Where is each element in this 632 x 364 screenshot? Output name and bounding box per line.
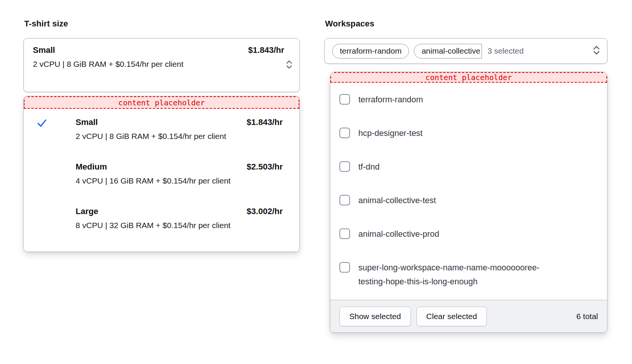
workspace-list-item[interactable]: tf-dnd <box>339 160 598 174</box>
size-option-specs: 4 vCPU | 16 GiB RAM + $0.154/hr per clie… <box>76 174 238 188</box>
size-options-list: Small $1.843/hr 2 vCPU | 8 GiB RAM + $0.… <box>24 109 299 251</box>
workspace-list-item[interactable]: animal-collective-prod <box>339 227 598 241</box>
workspace-checkbox[interactable] <box>339 128 350 138</box>
workspace-checkbox[interactable] <box>339 195 350 205</box>
tshirt-size-dropdown: content placeholder Small $1.843/hr 2 vC… <box>23 96 300 252</box>
workspace-name: super-long-workspace-name-name-moooooore… <box>358 261 562 288</box>
workspace-list-item[interactable]: super-long-workspace-name-name-moooooore… <box>339 261 598 288</box>
workspace-name: animal-collective-test <box>358 193 436 207</box>
size-option-price: $3.002/hr <box>247 205 283 217</box>
workspaces-multiselect-trigger[interactable]: terraform-random animal-collective 3 sel… <box>324 38 607 64</box>
workspaces-section: Workspaces terraform-random animal-colle… <box>324 19 607 333</box>
tshirt-size-label: T-shirt size <box>24 19 300 29</box>
show-selected-button[interactable]: Show selected <box>339 307 411 326</box>
check-icon <box>36 117 48 130</box>
selected-size-price: $1.843/hr <box>248 44 284 56</box>
workspace-checkbox[interactable] <box>339 94 350 105</box>
size-option-specs: 8 vCPU | 32 GiB RAM + $0.154/hr per clie… <box>76 218 238 233</box>
workspace-tag: terraform-random <box>332 44 409 59</box>
workspace-checkbox[interactable] <box>339 161 350 172</box>
workspace-list-item[interactable]: terraform-random <box>339 93 598 106</box>
workspace-name: hcp-designer-test <box>358 126 423 140</box>
tshirt-size-select-trigger[interactable]: Small $1.843/hr 2 vCPU | 8 GiB RAM + $0.… <box>23 38 300 92</box>
workspace-name: animal-collective-prod <box>358 227 439 241</box>
selected-count-text: 3 selected <box>488 46 524 56</box>
workspace-name: terraform-random <box>358 93 423 106</box>
clear-selected-button[interactable]: Clear selected <box>417 307 487 326</box>
workspaces-label: Workspaces <box>325 19 607 29</box>
workspaces-list: terraform-random hcp-designer-test tf-dn… <box>330 83 607 300</box>
tshirt-size-section: T-shirt size Small $1.843/hr 2 vCPU | 8 … <box>23 19 300 252</box>
workspaces-dropdown: content placeholder terraform-random hcp… <box>330 72 607 333</box>
chevron-up-down-icon <box>285 59 293 71</box>
chevron-up-down-icon <box>592 45 601 57</box>
size-option-price: $2.503/hr <box>247 161 283 173</box>
workspace-name: tf-dnd <box>358 160 380 174</box>
workspace-list-item[interactable]: animal-collective-test <box>339 193 598 207</box>
workspace-list-item[interactable]: hcp-designer-test <box>339 126 598 140</box>
size-option-title: Large <box>76 205 98 217</box>
total-count-text: 6 total <box>576 312 598 321</box>
size-option-title: Medium <box>76 161 107 173</box>
size-option[interactable]: Medium $2.503/hr 4 vCPU | 16 GiB RAM + $… <box>24 161 299 188</box>
size-option-specs: 2 vCPU | 8 GiB RAM + $0.154/hr per clien… <box>76 129 238 143</box>
content-placeholder-banner: content placeholder <box>24 96 299 109</box>
size-option-title: Small <box>76 116 98 128</box>
workspace-checkbox[interactable] <box>339 228 350 239</box>
selected-size-title: Small <box>33 44 55 56</box>
workspaces-footer: Show selected Clear selected 6 total <box>330 300 607 332</box>
size-option-price: $1.843/hr <box>247 116 283 128</box>
workspace-checkbox[interactable] <box>339 262 350 273</box>
size-option[interactable]: Small $1.843/hr 2 vCPU | 8 GiB RAM + $0.… <box>24 116 299 143</box>
selected-size-specs: 2 vCPU | 8 GiB RAM + $0.154/hr per clien… <box>33 57 214 71</box>
size-option[interactable]: Large $3.002/hr 8 vCPU | 32 GiB RAM + $0… <box>24 205 299 233</box>
content-placeholder-banner: content placeholder <box>330 72 607 83</box>
workspace-tag-clipped: animal-collective <box>414 44 482 59</box>
